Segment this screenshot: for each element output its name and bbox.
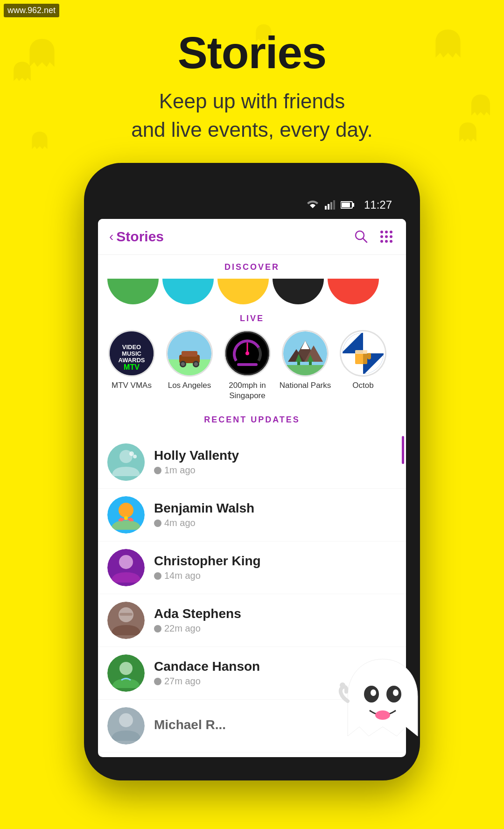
svg-point-68 <box>119 518 123 521</box>
recent-info-holly: Holly Vallenty 1m ago <box>154 448 397 476</box>
svg-point-14 <box>385 231 388 233</box>
avatar-next <box>107 707 145 745</box>
recent-time-holly: 1m ago <box>154 465 397 476</box>
live-name-200mph: 200mph in Singapore <box>219 380 275 401</box>
svg-point-20 <box>385 240 388 243</box>
list-item[interactable]: Candace Hanson 27m ago <box>98 647 406 700</box>
discover-item-5[interactable] <box>328 279 379 304</box>
svg-point-70 <box>129 518 133 521</box>
time-dot-icon <box>154 625 161 632</box>
recent-name-christopher: Christopher King <box>154 554 397 569</box>
live-name-oct: Octob <box>352 380 373 391</box>
svg-rect-61 <box>355 350 367 354</box>
scroll-indicator <box>402 436 404 464</box>
svg-text:AWARDS: AWARDS <box>118 357 145 364</box>
svg-text:VIDEO: VIDEO <box>122 344 141 351</box>
search-icon[interactable] <box>354 229 369 244</box>
svg-point-69 <box>124 516 128 520</box>
svg-point-16 <box>380 235 383 238</box>
status-time: 11:27 <box>364 198 392 211</box>
menu-icon[interactable] <box>378 228 395 245</box>
recent-time-candace: 27m ago <box>154 676 397 687</box>
live-row: VIDEO MUSIC AWARDS MTV MTV VMAs <box>98 330 406 401</box>
svg-rect-75 <box>119 613 133 616</box>
time-dot-icon <box>154 572 161 580</box>
svg-text:MUSIC: MUSIC <box>122 350 142 357</box>
status-bar: 11:27 <box>98 191 406 219</box>
recent-info-ada: Ada Stephens 22m ago <box>154 606 397 634</box>
discover-item-4[interactable] <box>273 279 324 304</box>
watermark: www.962.net <box>4 4 59 17</box>
recent-name-ada: Ada Stephens <box>154 606 397 621</box>
avatar-christopher <box>107 549 145 586</box>
list-item[interactable]: Michael R... <box>98 700 406 752</box>
svg-rect-60 <box>367 353 371 359</box>
recent-time-christopher: 14m ago <box>154 570 397 581</box>
recent-name-next: Michael R... <box>154 717 397 732</box>
recent-updates-section: RECENT UPDATES <box>98 406 406 757</box>
list-item[interactable]: Holly Vallenty 1m ago <box>98 436 406 489</box>
recent-name-holly: Holly Vallenty <box>154 448 397 463</box>
svg-point-64 <box>129 451 134 456</box>
page-subtitle: Keep up with friends and live events, ev… <box>0 87 504 144</box>
signal-icon <box>325 200 335 210</box>
app-header-left[interactable]: ‹ Stories <box>109 229 164 245</box>
page-title: Stories <box>0 28 504 77</box>
svg-point-35 <box>194 362 198 366</box>
phone-outer: 11:27 ‹ Stories <box>84 163 420 780</box>
live-avatar-mtv: VIDEO MUSIC AWARDS MTV <box>108 330 155 377</box>
recent-time-ada: 22m ago <box>154 623 397 634</box>
live-name-parks: National Parks <box>280 380 331 391</box>
recent-info-candace: Candace Hanson 27m ago <box>154 659 397 687</box>
live-item-la[interactable]: Los Angeles <box>161 330 217 391</box>
svg-rect-29 <box>168 366 211 375</box>
speedometer-graphic <box>225 331 269 375</box>
live-item-mtv[interactable]: VIDEO MUSIC AWARDS MTV MTV VMAs <box>104 330 160 391</box>
live-avatar-200mph <box>224 330 271 377</box>
svg-point-13 <box>380 231 383 233</box>
svg-point-38 <box>245 351 249 355</box>
svg-point-19 <box>380 240 383 243</box>
svg-rect-7 <box>333 200 335 210</box>
svg-rect-4 <box>325 206 327 210</box>
recent-name-candace: Candace Hanson <box>154 659 397 674</box>
avatar-ada <box>107 602 145 639</box>
svg-rect-10 <box>342 203 350 207</box>
svg-point-21 <box>390 240 392 243</box>
discover-item-1[interactable] <box>107 279 159 304</box>
discover-item-2[interactable] <box>162 279 214 304</box>
svg-text:MTV: MTV <box>124 363 140 371</box>
svg-rect-49 <box>283 365 327 375</box>
header-section: Stories Keep up with friends and live ev… <box>0 0 504 163</box>
live-item-oct[interactable]: Octob <box>335 330 391 391</box>
live-item-200mph[interactable]: 200mph in Singapore <box>219 330 275 401</box>
svg-rect-39 <box>237 363 258 366</box>
live-name-la: Los Angeles <box>168 380 211 391</box>
svg-rect-6 <box>330 202 332 210</box>
time-dot-icon <box>154 467 161 474</box>
live-name-mtv: MTV VMAs <box>112 380 152 391</box>
svg-line-12 <box>363 239 367 242</box>
svg-point-65 <box>133 455 137 458</box>
live-label: LIVE <box>98 314 406 323</box>
recent-info-benjamin: Benjamin Walsh 4m ago <box>154 501 397 528</box>
live-avatar-la <box>166 330 213 377</box>
live-item-parks[interactable]: National Parks <box>277 330 333 391</box>
svg-point-79 <box>119 713 133 727</box>
live-avatar-oct <box>340 330 386 377</box>
app-header-icons <box>354 228 395 245</box>
discover-section: DISCOVER <box>98 255 406 309</box>
avatar-benjamin <box>107 496 145 534</box>
list-item[interactable]: Christopher King 14m ago <box>98 541 406 594</box>
recent-info-next: Michael R... <box>154 717 397 734</box>
app-header-title: Stories <box>116 229 164 245</box>
list-item[interactable]: Ada Stephens 22m ago <box>98 594 406 647</box>
discover-row <box>98 279 406 304</box>
svg-point-72 <box>119 555 133 569</box>
list-item[interactable]: Benjamin Walsh 4m ago <box>98 489 406 541</box>
svg-point-18 <box>390 235 392 238</box>
back-chevron-icon[interactable]: ‹ <box>109 229 113 244</box>
avatar-holly <box>107 443 145 481</box>
discover-item-3[interactable] <box>217 279 269 304</box>
app-header: ‹ Stories <box>98 219 406 255</box>
